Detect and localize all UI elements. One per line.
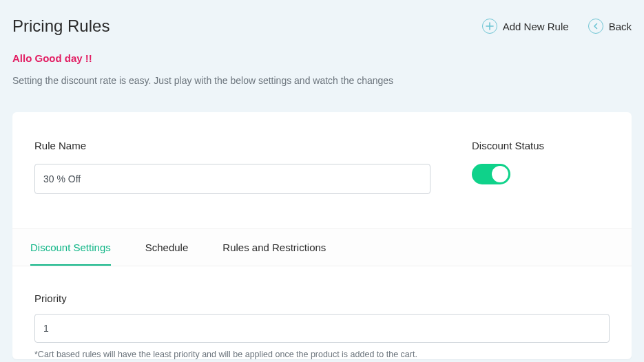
discount-status-label: Discount Status <box>472 140 610 151</box>
priority-note: *Cart based rules will have the least pr… <box>34 350 610 359</box>
subheading-text: Setting the discount rate is easy. Just … <box>12 75 632 86</box>
chevron-left-icon <box>588 19 603 34</box>
priority-label: Priority <box>34 292 610 304</box>
tab-rules-restrictions[interactable]: Rules and Restrictions <box>222 229 326 266</box>
page-title: Pricing Rules <box>12 17 110 36</box>
rule-name-label: Rule Name <box>34 140 430 151</box>
tab-schedule[interactable]: Schedule <box>145 229 189 266</box>
toggle-knob <box>492 166 508 182</box>
back-button[interactable]: Back <box>588 19 632 34</box>
plus-circle-icon <box>482 19 497 34</box>
add-new-rule-label: Add New Rule <box>503 21 569 32</box>
add-new-rule-button[interactable]: Add New Rule <box>482 19 569 34</box>
greeting-text: Allo Good day !! <box>12 52 632 64</box>
tab-discount-settings[interactable]: Discount Settings <box>30 229 111 266</box>
rule-name-input[interactable] <box>34 164 430 194</box>
discount-status-toggle[interactable] <box>472 164 510 184</box>
back-label: Back <box>609 21 632 32</box>
priority-input[interactable] <box>34 314 610 343</box>
tabs-bar: Discount Settings Schedule Rules and Res… <box>12 228 632 266</box>
rule-card: Rule Name Discount Status Discount Setti… <box>12 112 632 359</box>
